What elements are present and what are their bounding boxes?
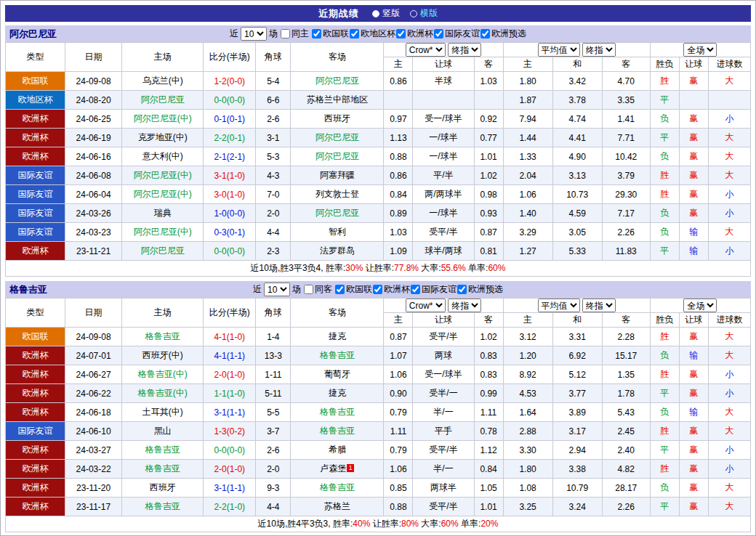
avg-index-select[interactable]: 终指 [582, 43, 616, 57]
away-team[interactable]: 苏格兰 [291, 498, 384, 516]
col-odds-home: 主 [384, 57, 413, 72]
goals-result: 小 [708, 204, 750, 223]
away-team[interactable]: 格鲁吉亚 [291, 346, 384, 365]
away-team[interactable]: 列支敦士登 [291, 185, 384, 204]
scope-select[interactable]: 全场 [683, 299, 717, 312]
avg-draw-odds: 3.13 [552, 166, 602, 185]
home-team[interactable]: 瑞典 [122, 204, 204, 223]
competition-filter[interactable]: 国际友谊 [410, 283, 457, 296]
avg-select[interactable]: 平均值 [538, 299, 580, 312]
competition-checkbox[interactable] [335, 285, 345, 294]
competition-checkbox[interactable] [434, 29, 443, 38]
radio-icon[interactable] [410, 10, 417, 17]
away-team[interactable]: 格鲁吉亚 [291, 479, 384, 498]
bookmaker-select[interactable]: Crow* [406, 43, 446, 57]
handicap-line: 受平/半 [413, 441, 474, 460]
away-team[interactable]: 格鲁吉亚 [291, 403, 384, 422]
handicap-line: 一/球半 [413, 204, 474, 223]
stat-value: 60% [441, 519, 459, 529]
competition-type: 欧洲杯 [6, 460, 65, 479]
same-venue-filter[interactable]: 同主 [280, 28, 309, 40]
home-team[interactable]: 阿尔巴尼亚(中) [122, 110, 204, 129]
home-team[interactable]: 格鲁吉亚 [122, 441, 204, 460]
competition-filter[interactable]: 欧洲预选 [480, 28, 526, 40]
bookmaker-select[interactable]: Crow* [406, 299, 446, 312]
competition-checkbox[interactable] [396, 29, 406, 38]
competition-filter[interactable]: 国际友谊 [433, 28, 480, 40]
competition-checkbox[interactable] [373, 285, 382, 294]
odds-index-select[interactable]: 终指 [448, 43, 481, 57]
home-team[interactable]: 克罗地亚(中) [122, 129, 204, 147]
away-team[interactable]: 阿尔巴尼亚 [291, 72, 384, 91]
avg-draw-odds: 5.12 [552, 365, 602, 384]
score: 0-0(0-0) [204, 441, 256, 460]
away-team[interactable]: 格鲁吉亚 [291, 422, 384, 441]
away-team[interactable]: 法罗群岛 [291, 242, 384, 261]
avg-select[interactable]: 平均值 [538, 43, 580, 57]
home-team[interactable]: 格鲁吉亚 [122, 328, 204, 346]
same-venue-checkbox[interactable] [281, 29, 290, 38]
away-team[interactable]: 捷克 [291, 328, 384, 346]
away-team[interactable]: 捷克 [291, 384, 384, 403]
home-team[interactable]: 土耳其(中) [122, 403, 204, 422]
handicap-away-odds: 0.99 [474, 384, 503, 403]
home-team[interactable]: 格鲁吉亚 [122, 460, 204, 479]
col-odds-handicap: 让球 [413, 57, 474, 72]
home-team[interactable]: 阿尔巴尼亚 [122, 242, 204, 261]
away-team[interactable]: 西班牙 [291, 110, 384, 129]
handicap-home-odds: 0.89 [384, 204, 413, 223]
away-team[interactable]: 阿尔巴尼亚 [291, 147, 384, 166]
competition-checkbox[interactable] [350, 29, 359, 38]
handicap-result: 输 [679, 242, 708, 261]
avg-index-select[interactable]: 终指 [582, 299, 616, 312]
home-team[interactable]: 格鲁吉亚(中) [122, 365, 204, 384]
away-team[interactable]: 阿尔巴尼亚 [291, 204, 384, 223]
away-team[interactable]: 希腊 [291, 441, 384, 460]
same-venue-checkbox[interactable] [304, 285, 313, 294]
home-team[interactable]: 意大利(中) [122, 147, 204, 166]
recent-count-select[interactable]: 10 [241, 27, 267, 41]
layout-option[interactable]: 竖版 [372, 7, 400, 20]
competition-filter[interactable]: 欧洲预选 [457, 283, 503, 296]
home-team[interactable]: 乌克兰(中) [122, 72, 204, 91]
competition-filter[interactable]: 欧地区杯 [349, 28, 395, 40]
competition-filter[interactable]: 欧国联 [334, 283, 372, 296]
away-team[interactable]: 阿尔巴尼亚 [291, 129, 384, 147]
match-row: 欧洲杯24-06-18土耳其(中)3-1(1-1)5-5格鲁吉亚0.79半/一1… [6, 403, 751, 422]
match-date: 24-06-19 [65, 129, 122, 147]
competition-filter[interactable]: 欧洲杯 [395, 28, 433, 40]
home-team[interactable]: 阿尔巴尼亚(中) [122, 185, 204, 204]
recent-count-select[interactable]: 10 [264, 283, 290, 296]
away-team[interactable]: 智利 [291, 223, 384, 242]
match-row: 国际友谊24-06-04阿尔巴尼亚(中)3-0(1-0)7-0列支敦士登0.84… [6, 185, 751, 204]
away-team[interactable]: 葡萄牙 [291, 365, 384, 384]
home-team[interactable]: 黑山 [122, 422, 204, 441]
home-team[interactable]: 阿尔巴尼亚(中) [122, 223, 204, 242]
competition-label: 欧洲预选 [468, 283, 503, 296]
home-team[interactable]: 阿尔巴尼亚(中) [122, 166, 204, 185]
home-team[interactable]: 西班牙(中) [122, 346, 204, 365]
competition-filter[interactable]: 欧洲杯 [372, 283, 410, 296]
competition-checkbox[interactable] [312, 29, 321, 38]
away-team[interactable]: 卢森堡1 [291, 460, 384, 479]
layout-option[interactable]: 横版 [410, 7, 438, 20]
home-team[interactable]: 阿尔巴尼亚 [122, 91, 204, 110]
stat-label: 胜率: [323, 263, 346, 273]
competition-checkbox[interactable] [457, 285, 467, 294]
scope-select[interactable]: 全场 [683, 43, 717, 57]
match-result: 平 [650, 384, 679, 403]
home-team[interactable]: 格鲁吉亚 [122, 498, 204, 516]
away-team[interactable]: 阿塞拜疆 [291, 166, 384, 185]
stat-label: 单率: [459, 519, 481, 529]
same-venue-filter[interactable]: 同客 [303, 283, 332, 296]
score: 1-2(0-0) [204, 72, 256, 91]
away-team[interactable]: 苏格兰中部地区 [291, 91, 384, 110]
home-team[interactable]: 西班牙 [122, 479, 204, 498]
home-team[interactable]: 格鲁吉亚(中) [122, 384, 204, 403]
odds-index-select[interactable]: 终指 [448, 299, 481, 312]
radio-icon[interactable] [372, 10, 379, 17]
competition-checkbox[interactable] [480, 29, 490, 38]
handicap-home-odds: 1.03 [384, 223, 413, 242]
competition-filter[interactable]: 欧国联 [311, 28, 349, 40]
competition-checkbox[interactable] [411, 285, 420, 294]
